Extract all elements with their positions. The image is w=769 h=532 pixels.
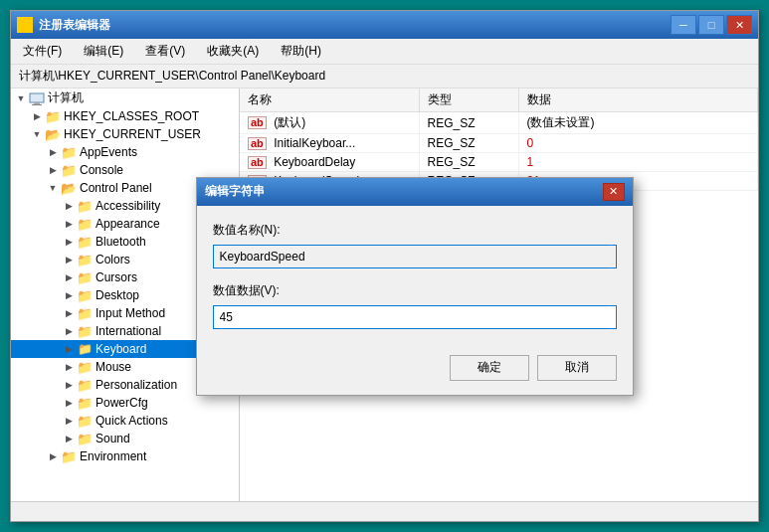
cell-data: (数值未设置) bbox=[518, 112, 758, 134]
tree-label: Accessibility bbox=[96, 199, 160, 213]
close-button[interactable]: ✕ bbox=[726, 15, 752, 35]
dialog-close-button[interactable]: ✕ bbox=[603, 183, 625, 201]
minimize-button[interactable]: ─ bbox=[671, 15, 696, 35]
cancel-button[interactable]: 取消 bbox=[537, 355, 617, 381]
tree-label: Control Panel bbox=[80, 181, 152, 195]
tree-label: Console bbox=[80, 163, 123, 177]
expand-icon[interactable]: ▼ bbox=[29, 126, 45, 142]
tree-item-quickactions[interactable]: ▶ 📁 Quick Actions bbox=[11, 412, 239, 430]
menu-file[interactable]: 文件(F) bbox=[17, 41, 68, 62]
folder-icon: 📁 bbox=[77, 360, 93, 374]
cell-data: 0 bbox=[518, 134, 758, 153]
expand-icon[interactable]: ▶ bbox=[61, 234, 77, 250]
tree-item-powercfg[interactable]: ▶ 📁 PowerCfg bbox=[11, 394, 239, 412]
folder-icon: 📁 bbox=[77, 432, 93, 445]
menu-edit[interactable]: 编辑(E) bbox=[78, 41, 129, 62]
col-name: 名称 bbox=[240, 89, 419, 112]
expand-icon[interactable]: ▶ bbox=[61, 216, 77, 232]
expand-icon[interactable]: ▶ bbox=[61, 413, 77, 429]
folder-open-icon: 📂 bbox=[45, 127, 61, 141]
svg-rect-1 bbox=[26, 18, 32, 24]
folder-icon: 📁 bbox=[77, 324, 93, 338]
menu-help[interactable]: 帮助(H) bbox=[275, 41, 327, 62]
tree-label: PowerCfg bbox=[96, 396, 148, 410]
tree-item-hkcr[interactable]: ▶ 📁 HKEY_CLASSES_ROOT bbox=[11, 107, 239, 125]
tree-item-computer[interactable]: ▼ 计算机 bbox=[11, 89, 239, 107]
tree-label: Sound bbox=[96, 432, 130, 445]
svg-rect-4 bbox=[30, 93, 44, 102]
folder-icon: 📁 bbox=[77, 235, 93, 249]
dialog-title-bar: 编辑字符串 ✕ bbox=[197, 178, 633, 206]
tree-item-hkcu[interactable]: ▼ 📂 HKEY_CURRENT_USER bbox=[11, 125, 239, 143]
tree-label: AppEvents bbox=[80, 145, 137, 159]
expand-icon[interactable]: ▶ bbox=[61, 305, 77, 321]
reg-type-icon: ab bbox=[248, 137, 267, 150]
menu-view[interactable]: 查看(V) bbox=[139, 41, 191, 62]
table-row[interactable]: ab InitialKeyboar... REG_SZ 0 bbox=[240, 134, 758, 153]
tree-label: Mouse bbox=[96, 360, 131, 374]
ok-button[interactable]: 确定 bbox=[450, 355, 529, 381]
expand-icon[interactable]: ▶ bbox=[61, 377, 77, 393]
app-icon bbox=[17, 17, 33, 33]
name-input[interactable] bbox=[213, 245, 617, 268]
col-type: 类型 bbox=[419, 89, 518, 112]
table-row[interactable]: ab (默认) REG_SZ (数值未设置) bbox=[240, 112, 758, 134]
folder-icon: 📁 bbox=[77, 306, 93, 320]
path-bar: 计算机\HKEY_CURRENT_USER\Control Panel\Keyb… bbox=[11, 65, 758, 89]
expand-icon[interactable]: ▶ bbox=[61, 269, 77, 285]
tree-label: Personalization bbox=[96, 378, 177, 392]
expand-icon[interactable]: ▶ bbox=[61, 198, 77, 214]
expand-icon[interactable]: ▶ bbox=[45, 162, 61, 178]
folder-icon: 📁 bbox=[77, 396, 93, 410]
svg-rect-2 bbox=[18, 26, 24, 32]
registry-path: 计算机\HKEY_CURRENT_USER\Control Panel\Keyb… bbox=[19, 69, 325, 83]
tree-label: Bluetooth bbox=[96, 235, 146, 249]
maximize-button[interactable]: □ bbox=[698, 15, 724, 35]
folder-icon: 📁 bbox=[61, 145, 77, 159]
expand-icon[interactable]: ▶ bbox=[45, 448, 61, 464]
reg-type-icon: ab bbox=[248, 116, 267, 129]
folder-icon: 📁 bbox=[77, 288, 93, 302]
cell-name: ab KeyboardDelay bbox=[240, 153, 419, 172]
dialog-buttons: 确定 取消 bbox=[197, 355, 633, 395]
folder-icon: 📁 bbox=[77, 217, 93, 231]
expand-icon[interactable]: ▶ bbox=[61, 323, 77, 339]
cell-type: REG_SZ bbox=[419, 112, 518, 134]
data-input[interactable] bbox=[213, 305, 617, 329]
svg-rect-0 bbox=[18, 18, 24, 24]
status-bar bbox=[11, 501, 758, 521]
svg-rect-6 bbox=[32, 104, 42, 105]
tree-label: Quick Actions bbox=[96, 414, 168, 428]
folder-icon: 📁 bbox=[61, 163, 77, 177]
table-row[interactable]: ab KeyboardDelay REG_SZ 1 bbox=[240, 153, 758, 172]
expand-icon[interactable]: ▼ bbox=[13, 90, 29, 106]
tree-label: Keyboard bbox=[96, 342, 146, 356]
menu-favorites[interactable]: 收藏夹(A) bbox=[201, 41, 265, 62]
computer-icon bbox=[29, 91, 45, 105]
expand-icon[interactable]: ▶ bbox=[29, 108, 45, 124]
tree-item-appevents[interactable]: ▶ 📁 AppEvents bbox=[11, 143, 239, 161]
expand-icon[interactable]: ▶ bbox=[45, 144, 61, 160]
tree-item-sound[interactable]: ▶ 📁 Sound bbox=[11, 430, 239, 447]
expand-icon[interactable]: ▶ bbox=[61, 431, 77, 446]
tree-item-environment[interactable]: ▶ 📁 Environment bbox=[11, 447, 239, 465]
folder-icon: 📁 bbox=[77, 342, 93, 356]
reg-type-icon: ab bbox=[248, 156, 267, 169]
folder-open-icon: 📂 bbox=[61, 181, 77, 195]
expand-icon[interactable]: ▶ bbox=[61, 287, 77, 303]
tree-label: Appearance bbox=[96, 217, 160, 231]
expand-icon[interactable]: ▶ bbox=[61, 252, 77, 267]
col-data: 数据 bbox=[518, 89, 758, 112]
window-title: 注册表编辑器 bbox=[39, 17, 110, 34]
data-label: 数值数据(V): bbox=[213, 282, 617, 299]
expand-icon[interactable]: ▶ bbox=[61, 341, 77, 357]
svg-rect-5 bbox=[34, 102, 40, 104]
title-bar: 注册表编辑器 ─ □ ✕ bbox=[11, 11, 758, 39]
folder-icon: 📁 bbox=[77, 414, 93, 428]
tree-label: Desktop bbox=[96, 288, 139, 302]
cell-name: ab InitialKeyboar... bbox=[240, 134, 419, 153]
expand-icon[interactable]: ▼ bbox=[45, 180, 61, 196]
folder-icon: 📁 bbox=[77, 378, 93, 392]
expand-icon[interactable]: ▶ bbox=[61, 359, 77, 375]
expand-icon[interactable]: ▶ bbox=[61, 395, 77, 411]
